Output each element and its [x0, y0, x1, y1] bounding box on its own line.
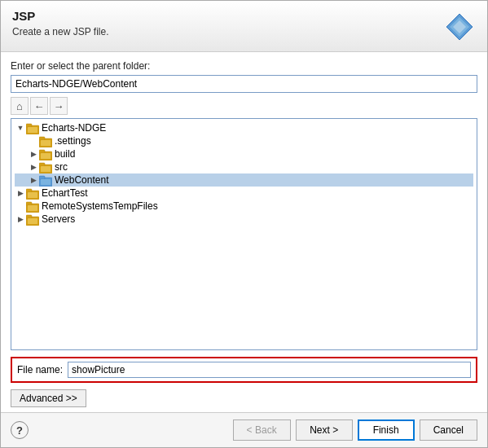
folder-icon — [39, 135, 52, 147]
tree-item-label: EchartTest — [42, 187, 88, 199]
svg-rect-4 — [26, 124, 32, 127]
svg-rect-19 — [26, 189, 32, 192]
dialog-icon — [443, 11, 476, 43]
advanced-button[interactable]: Advanced >> — [11, 389, 86, 407]
dialog-footer: ? < Back Next > Finish Cancel — [1, 412, 487, 447]
tree-item-webcontent[interactable]: WebContent — [15, 173, 473, 187]
help-button[interactable]: ? — [11, 421, 29, 439]
chevron-icon[interactable] — [15, 124, 26, 132]
header-text-area: JSP Create a new JSP file. — [12, 9, 109, 37]
file-name-label: File name: — [17, 364, 63, 376]
tree-item-servers[interactable]: Servers — [15, 213, 473, 226]
svg-rect-13 — [39, 163, 45, 166]
svg-rect-26 — [28, 218, 37, 224]
tree-item-label: WebContent — [55, 174, 109, 186]
svg-rect-10 — [39, 150, 45, 153]
back-button[interactable]: < Back — [233, 419, 291, 441]
chevron-icon[interactable] — [28, 176, 39, 184]
next-button[interactable]: Next > — [296, 419, 353, 441]
folder-icon — [39, 161, 52, 173]
tree-item-label: RemoteSystemsTempFiles — [42, 200, 158, 212]
svg-rect-25 — [26, 215, 32, 218]
chevron-icon[interactable] — [15, 215, 26, 223]
tree-item-label: src — [55, 161, 68, 173]
tree-item-echarttest[interactable]: EchartTest — [15, 187, 473, 200]
dialog-subtitle: Create a new JSP file. — [12, 26, 109, 37]
footer-left: ? — [11, 421, 29, 439]
dialog-content: Enter or select the parent folder: ⌂ ← →… — [1, 52, 487, 412]
svg-rect-14 — [41, 166, 51, 172]
tree-item-build[interactable]: build — [15, 147, 473, 160]
chevron-icon[interactable] — [28, 150, 39, 158]
chevron-icon[interactable] — [28, 163, 39, 171]
svg-rect-16 — [39, 176, 45, 179]
file-name-row: File name: — [11, 357, 477, 383]
tree-item-label: Servers — [42, 213, 75, 225]
dialog-title: JSP — [12, 9, 109, 23]
folder-section-label: Enter or select the parent folder: — [11, 60, 477, 72]
footer-buttons: < Back Next > Finish Cancel — [233, 419, 477, 441]
svg-rect-20 — [28, 192, 37, 198]
back-button[interactable]: ← — [30, 97, 48, 115]
svg-rect-23 — [28, 205, 37, 211]
folder-icon — [39, 148, 52, 160]
folder-icon — [26, 200, 39, 212]
tree-item-label: Echarts-NDGE — [42, 122, 106, 134]
svg-rect-5 — [28, 127, 37, 133]
folder-icon — [26, 187, 39, 199]
tree-item-settings[interactable]: .settings — [15, 134, 473, 147]
svg-rect-17 — [41, 179, 51, 185]
forward-button[interactable]: → — [50, 97, 68, 115]
file-name-input[interactable] — [68, 362, 471, 378]
dialog-header: JSP Create a new JSP file. — [1, 1, 487, 52]
tree-item-src[interactable]: src — [15, 160, 473, 173]
dialog: JSP Create a new JSP file. Enter or sele… — [0, 0, 488, 448]
tree-toolbar: ⌂ ← → — [11, 97, 477, 115]
svg-rect-8 — [41, 140, 51, 146]
svg-rect-7 — [39, 137, 45, 140]
svg-rect-22 — [26, 202, 32, 205]
folder-path-input[interactable] — [11, 75, 477, 93]
svg-rect-11 — [41, 153, 51, 159]
home-button[interactable]: ⌂ — [11, 97, 29, 115]
folder-tree[interactable]: Echarts-NDGE .settings build — [11, 118, 477, 350]
folder-icon — [39, 174, 52, 186]
tree-item-echarts-ndge[interactable]: Echarts-NDGE — [15, 121, 473, 134]
cancel-button[interactable]: Cancel — [420, 419, 477, 441]
tree-item-label: build — [55, 148, 75, 160]
folder-icon — [26, 122, 39, 134]
tree-item-label: .settings — [55, 135, 91, 147]
folder-icon — [26, 213, 39, 225]
finish-button[interactable]: Finish — [358, 419, 415, 441]
chevron-icon[interactable] — [15, 189, 26, 197]
tree-item-remotesystemstempfiles[interactable]: RemoteSystemsTempFiles — [15, 200, 473, 213]
